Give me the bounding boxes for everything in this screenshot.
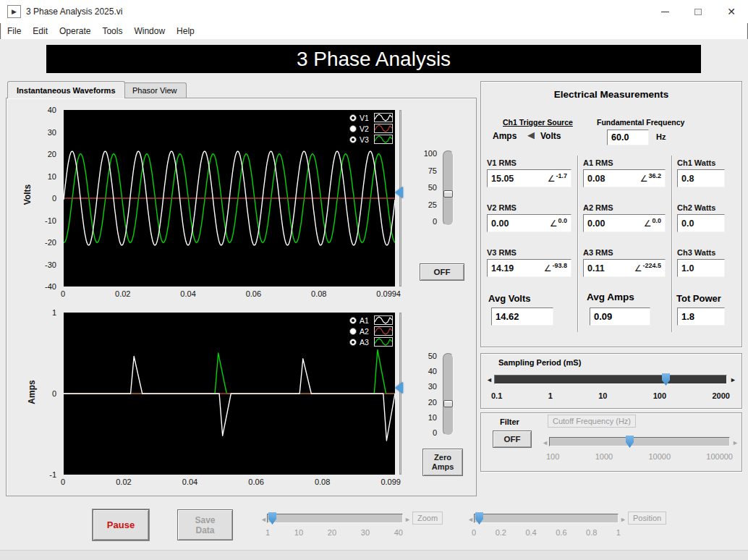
pause-button[interactable]: Pause	[93, 509, 149, 540]
scale-tick-label: 1	[265, 528, 270, 537]
amps-axis-label: Amps	[27, 370, 37, 414]
minimize-button[interactable]	[648, 0, 681, 23]
plot-style-sample-icon[interactable]	[374, 124, 393, 133]
current-range-scale: 50403020100	[420, 352, 437, 437]
menu-item[interactable]: Tools	[96, 25, 128, 38]
plot-style-sample-icon[interactable]	[374, 135, 393, 144]
measurement-indicator: 0.0	[677, 214, 725, 232]
current-range-handle[interactable]	[443, 400, 453, 407]
filter-box: Filter OFF Cutoff Frequency (Hz) ◄ ► 100…	[480, 412, 742, 472]
subtract-zero-seq-button[interactable]: OFF	[420, 263, 464, 281]
angle-value: -1.7	[556, 172, 567, 179]
measurement-value: 0.08	[587, 174, 605, 184]
slider-left-arrow-icon[interactable]: ◄	[542, 439, 548, 446]
angle-icon: ∠	[644, 219, 652, 229]
voltage-range-handle[interactable]	[443, 190, 453, 198]
i-trigger-level-handle[interactable]	[395, 382, 403, 394]
slider-left-arrow-icon[interactable]: ◄	[260, 516, 267, 523]
plot-visible-radio-a2[interactable]	[349, 328, 357, 335]
plot-visible-radio-v2[interactable]	[349, 125, 357, 132]
cutoff-frequency-slider[interactable]	[549, 437, 730, 446]
scale-tick-label: 10000	[648, 452, 671, 461]
plot-visible-radio-a3[interactable]	[349, 339, 357, 346]
tot-power-label: Tot Power	[676, 293, 721, 304]
button-label: Pause	[107, 519, 135, 530]
legend-item-v1[interactable]: V1	[349, 113, 393, 122]
scale-tick-label: 100	[546, 452, 559, 461]
labview-vi-icon: ▶	[7, 5, 21, 18]
zoom-scale: 110203040	[265, 528, 403, 537]
axis-tick-label: 0.099	[381, 478, 401, 486]
axis-tick-label: 0.08	[311, 289, 326, 298]
slider-right-arrow-icon[interactable]: ►	[404, 516, 411, 523]
plot-visible-radio-v3[interactable]	[349, 136, 357, 143]
watts-column: Ch1 Watts 0.8 Ch2 Watts 0.0 Ch3 Watts 1.…	[677, 158, 725, 293]
voltage-range-scale: 1007550250	[420, 149, 437, 226]
save-data-button[interactable]: Save Data	[177, 509, 233, 540]
maximize-button[interactable]	[681, 0, 715, 23]
legend-item-a2[interactable]: A2	[349, 326, 393, 336]
menu-item[interactable]: File	[1, 25, 27, 38]
scale-tick-label: 0	[472, 528, 476, 537]
zero-amps-button[interactable]: Zero Amps	[422, 449, 463, 476]
menu-item[interactable]: Operate	[54, 25, 96, 38]
measurement-indicator: 14.19 ∠-93.8	[487, 259, 571, 277]
menu-bar: FileEditOperateToolsWindowHelp	[1, 23, 747, 39]
scale-tick-label: 50	[428, 183, 437, 192]
v-trigger-level-track[interactable]	[399, 110, 401, 287]
axis-tick-label: 10	[48, 172, 56, 181]
tab-phasor-view[interactable]: Phasor View	[123, 82, 187, 98]
legend-item-a3[interactable]: A3	[349, 337, 393, 347]
amps-x-axis: 00.020.040.060.080.099	[61, 478, 401, 486]
axis-tick-label: 0	[52, 194, 56, 203]
trigger-source-option-amps[interactable]: Amps	[493, 131, 517, 141]
i-trigger-level-track[interactable]	[399, 313, 401, 475]
filter-off-button[interactable]: OFF	[493, 430, 532, 448]
axis-tick-label: -1	[49, 470, 56, 479]
fundamental-frequency-input[interactable]: 60.0	[607, 130, 649, 145]
voltage-waveform-graph: V1V2V3	[64, 110, 395, 287]
scale-tick-label: 2000	[712, 391, 729, 400]
button-label: OFF	[434, 268, 451, 276]
legend-item-a1[interactable]: A1	[349, 315, 393, 325]
trigger-source-option-volts[interactable]: Volts	[540, 131, 561, 141]
legend-item-v3[interactable]: V3	[349, 135, 393, 144]
scale-tick-label: 40	[394, 528, 403, 537]
tot-power-value: 1.8	[681, 311, 694, 322]
sampling-period-slider[interactable]	[494, 375, 727, 384]
plot-style-sample-icon[interactable]	[374, 113, 393, 122]
sampling-period-box: Sampling Period (mS) ◄ ► 0.11101002000	[480, 353, 742, 409]
menu-item[interactable]: Edit	[27, 25, 54, 38]
axis-tick-label: 30	[48, 128, 56, 137]
measurement-value: 0.11	[587, 263, 605, 273]
menu-item[interactable]: Window	[128, 25, 171, 38]
measurement-indicator: 0.8	[677, 169, 725, 187]
plot-style-sample-icon[interactable]	[374, 326, 393, 336]
plot-visible-radio-a1[interactable]	[349, 317, 357, 324]
scale-tick-label: 100	[653, 391, 666, 400]
v-trigger-level-handle[interactable]	[395, 187, 403, 198]
slider-left-arrow-icon[interactable]: ◄	[467, 516, 474, 523]
plot-visible-radio-v1[interactable]	[349, 114, 357, 122]
current-range-slider[interactable]	[443, 353, 454, 436]
slider-right-arrow-icon[interactable]: ►	[732, 439, 739, 446]
slider-right-arrow-icon[interactable]: ►	[730, 376, 736, 383]
voltage-range-slider[interactable]	[443, 150, 454, 226]
scale-tick-label: 0.1	[491, 391, 502, 400]
zoom-slider[interactable]	[267, 514, 403, 523]
menu-item[interactable]: Help	[171, 25, 200, 38]
maximize-icon	[694, 9, 702, 15]
position-slider[interactable]	[474, 514, 619, 523]
scale-tick-label: 20	[428, 398, 437, 407]
plot-style-sample-icon[interactable]	[374, 315, 393, 325]
slider-right-arrow-icon[interactable]: ►	[620, 516, 626, 523]
tab-instantaneous-waveforms[interactable]: Instantaneous Waveforms	[7, 81, 125, 98]
trigger-source-knob-icon[interactable]: ◀	[527, 130, 535, 140]
legend-item-v2[interactable]: V2	[349, 124, 393, 133]
slider-left-arrow-icon[interactable]: ◄	[486, 376, 493, 383]
electrical-measurements-panel: Electrical Measurements Ch1 Trigger Sour…	[480, 81, 742, 347]
measurement-value: 0.00	[491, 219, 509, 229]
close-button[interactable]: ✕	[715, 0, 748, 23]
button-label: Save Data	[190, 515, 221, 535]
plot-style-sample-icon[interactable]	[374, 337, 393, 347]
